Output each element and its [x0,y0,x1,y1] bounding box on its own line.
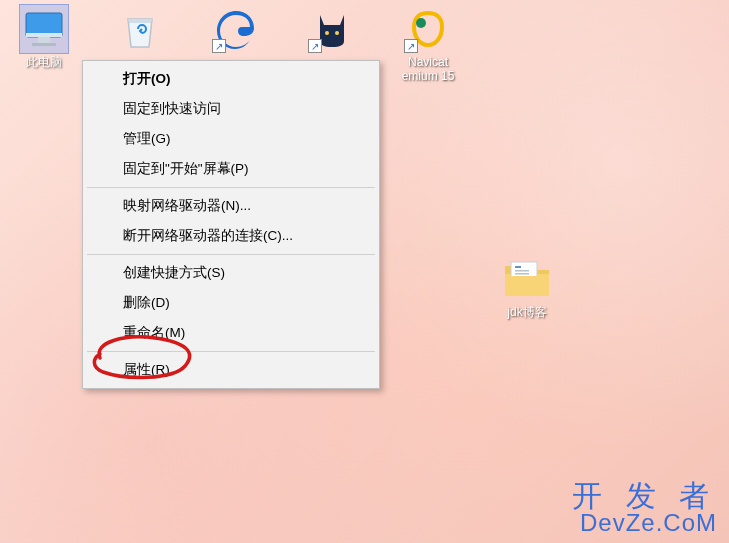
shortcut-arrow-icon: ↗ [308,39,322,53]
svg-point-4 [325,31,329,35]
menu-separator [87,351,375,352]
menu-separator [87,187,375,188]
menu-rename[interactable]: 重命名(M) [85,318,377,348]
menu-delete[interactable]: 删除(D) [85,288,377,318]
watermark-line2: DevZe.CoM [572,511,717,535]
context-menu: 打开(O) 固定到快速访问 管理(G) 固定到"开始"屏幕(P) 映射网络驱动器… [82,60,380,389]
menu-map-network-drive[interactable]: 映射网络驱动器(N)... [85,191,377,221]
shortcut-arrow-icon: ↗ [404,39,418,53]
watermark-line1: 开 发 者 [572,481,717,511]
computer-icon [22,7,66,51]
folder-label: jdk博客 [507,304,546,321]
icon-navicat[interactable]: ↗ Navicat emium 15 [389,5,467,84]
menu-disconnect-network-drive[interactable]: 断开网络驱动器的连接(C)... [85,221,377,251]
menu-pin-quick-access[interactable]: 固定到快速访问 [85,94,377,124]
svg-rect-10 [515,273,529,275]
svg-rect-9 [515,270,529,272]
icon-folder-jdk[interactable]: jdk博客 [488,258,566,321]
icon-label: Navicat emium 15 [402,55,455,84]
svg-rect-2 [38,37,50,43]
svg-point-6 [416,18,426,28]
menu-manage[interactable]: 管理(G) [85,124,377,154]
shortcut-arrow-icon: ↗ [212,39,226,53]
watermark: 开 发 者 DevZe.CoM [572,481,717,535]
folder-icon [503,258,551,300]
recycle-bin-icon [118,7,162,51]
menu-create-shortcut[interactable]: 创建快捷方式(S) [85,258,377,288]
menu-properties[interactable]: 属性(R) [85,355,377,385]
menu-separator [87,254,375,255]
svg-rect-3 [32,43,56,46]
menu-open[interactable]: 打开(O) [85,64,377,94]
svg-point-5 [335,31,339,35]
menu-pin-start[interactable]: 固定到"开始"屏幕(P) [85,154,377,184]
svg-rect-1 [26,33,62,37]
icon-label: 此电脑 [26,55,62,69]
icon-this-pc[interactable]: 此电脑 [5,5,83,84]
svg-rect-8 [515,266,521,268]
